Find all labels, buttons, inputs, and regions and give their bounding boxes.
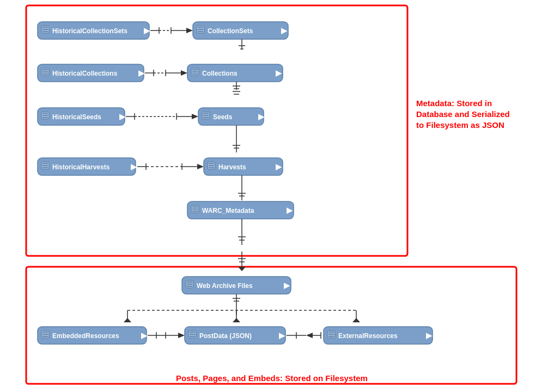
node-harvests: Harvests ▶ bbox=[204, 158, 283, 175]
node-label: PostData (JSON) bbox=[199, 332, 252, 340]
svg-text:▶: ▶ bbox=[131, 162, 137, 171]
node-post-data: PostData (JSON) ▶ bbox=[185, 327, 285, 344]
svg-text:HistoricalHarvests: HistoricalHarvests bbox=[52, 163, 110, 171]
svg-text:to Filesystem as JSON: to Filesystem as JSON bbox=[416, 120, 504, 130]
svg-text:▶: ▶ bbox=[119, 112, 126, 121]
bottom-label: Posts, Pages, and Embeds: Stored on File… bbox=[176, 373, 368, 383]
svg-marker-108 bbox=[238, 267, 246, 271]
svg-marker-138 bbox=[178, 333, 185, 338]
svg-text:▶: ▶ bbox=[426, 331, 433, 340]
svg-text:HistoricalSeeds: HistoricalSeeds bbox=[52, 113, 101, 121]
node-seeds: Seeds ▶ bbox=[198, 108, 265, 125]
node-label: Collections bbox=[202, 70, 238, 77]
svg-text:▶: ▶ bbox=[284, 281, 290, 290]
node-collection-sets: CollectionSets ▶ bbox=[193, 22, 288, 39]
node-web-archive-files: Web Archive Files ▶ bbox=[182, 277, 291, 294]
svg-text:▶: ▶ bbox=[138, 69, 145, 77]
svg-marker-14 bbox=[186, 28, 193, 33]
svg-marker-60 bbox=[192, 114, 198, 119]
svg-marker-125 bbox=[352, 318, 360, 322]
svg-text:HistoricalCollections: HistoricalCollections bbox=[52, 70, 118, 77]
node-historical-collection-sets: HistoricalCollectionSets ▶ bbox=[38, 22, 150, 39]
node-label: HistoricalCollectionSets bbox=[52, 27, 127, 35]
svg-text:▶: ▶ bbox=[276, 162, 282, 171]
node-warc-metadata: WARC_Metadata ▶ bbox=[187, 201, 294, 219]
svg-text:▶: ▶ bbox=[279, 331, 285, 340]
svg-marker-36 bbox=[181, 70, 187, 76]
svg-text:Seeds: Seeds bbox=[213, 113, 233, 121]
svg-text:▶: ▶ bbox=[141, 331, 148, 340]
svg-text:Harvests: Harvests bbox=[218, 163, 246, 171]
diagram-wrapper: HistoricalCollectionSets ▶ CollectionSet… bbox=[19, 0, 541, 392]
svg-text:EmbeddedResources: EmbeddedResources bbox=[52, 332, 119, 340]
node-label: ExternalResources bbox=[338, 332, 398, 340]
node-historical-seeds: HistoricalSeeds ▶ bbox=[38, 108, 126, 125]
svg-marker-148 bbox=[306, 333, 313, 338]
svg-text:▶: ▶ bbox=[281, 26, 288, 35]
svg-text:Database and Serialized: Database and Serialized bbox=[416, 109, 510, 119]
main-diagram: HistoricalCollectionSets ▶ CollectionSet… bbox=[19, 0, 541, 392]
svg-text:▶: ▶ bbox=[258, 112, 265, 121]
svg-text:▶: ▶ bbox=[287, 206, 293, 215]
node-external-resources: ExternalResources ▶ bbox=[324, 327, 433, 344]
svg-marker-85 bbox=[197, 164, 204, 169]
node-historical-harvests: HistoricalHarvests ▶ bbox=[38, 158, 137, 175]
svg-text:▶: ▶ bbox=[276, 69, 282, 77]
svg-marker-121 bbox=[124, 318, 131, 322]
node-historical-collections: HistoricalCollections ▶ bbox=[38, 64, 145, 82]
svg-text:▶: ▶ bbox=[144, 26, 150, 35]
svg-marker-123 bbox=[233, 318, 240, 322]
annotation-text: Metadata: Stored in bbox=[416, 99, 492, 108]
node-collections: Collections ▶ bbox=[187, 64, 283, 82]
node-embedded-resources: EmbeddedResources ▶ bbox=[38, 327, 148, 344]
node-label: WARC_Metadata bbox=[202, 207, 254, 215]
node-label: CollectionSets bbox=[208, 27, 253, 35]
node-label: Web Archive Files bbox=[197, 282, 253, 290]
